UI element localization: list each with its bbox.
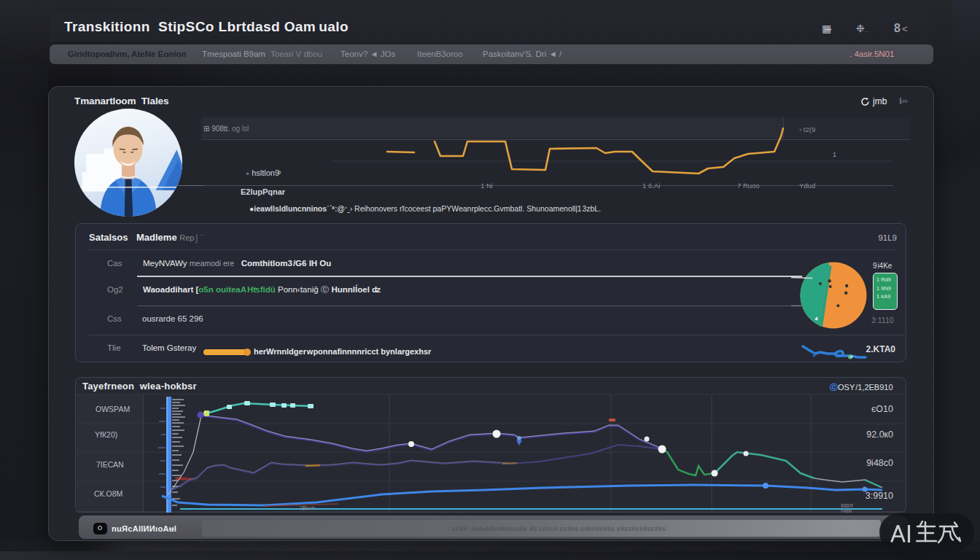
svg-text:Ydud: Ydud	[799, 182, 815, 190]
svg-text:1 Ni: 1 Ni	[481, 182, 493, 190]
svg-text:∼ʔ8kun‬: ∼ʔ8kun‬	[295, 505, 315, 512]
svg-text:1: 1	[833, 151, 836, 158]
svg-text:7 Ruoo: 7 Ruoo	[737, 182, 760, 190]
svg-text:1 6.Ai: 1 6.Ai	[642, 182, 660, 190]
